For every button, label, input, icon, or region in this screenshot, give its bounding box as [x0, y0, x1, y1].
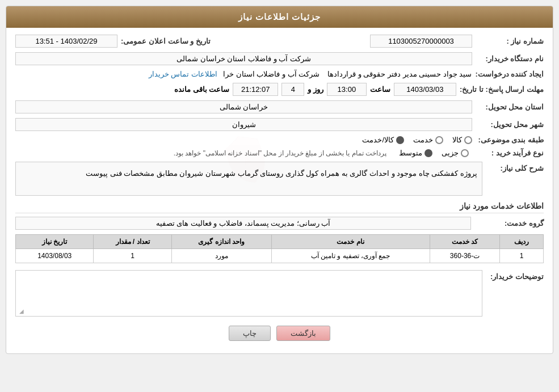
- need-number-value: 1103005270000003: [370, 35, 472, 48]
- process-medium-label: متوسط: [399, 149, 422, 157]
- table-cell: مورد: [171, 249, 271, 263]
- deadline-row: مهلت ارسال پاسخ: تا تاریخ: 1403/03/03 سا…: [15, 83, 544, 96]
- col-row-num: ردیف: [500, 235, 544, 249]
- creator-org: شرکت آب و فاضلاب استان خرا: [223, 70, 320, 78]
- category-goods-label: کالا: [452, 136, 462, 144]
- announce-date-value: 1403/02/29 - 13:51: [15, 35, 117, 48]
- city-row: شهر محل تحویل: شیروان: [15, 118, 544, 131]
- services-table: ردیف کد خدمت نام خدمت واحد اندازه گیری ت…: [15, 234, 544, 263]
- category-both-label: کالا/خدمت: [362, 136, 394, 144]
- description-label: شرح کلی نیاز:: [487, 164, 544, 172]
- time-label: ساعت: [370, 85, 390, 94]
- process-note: پرداخت تمام یا بخشی از مبلغ خریدار از مح…: [174, 149, 386, 157]
- city-label: شهر محل تحویل:: [476, 120, 544, 129]
- table-cell: جمع آوری، تصفیه و تامین آب: [271, 249, 430, 263]
- process-type-row: نوع فرآیند خرید : جزیی متوسط پرداخت تمام…: [15, 149, 544, 157]
- radio-medium: [424, 149, 432, 157]
- category-option-both[interactable]: کالا/خدمت: [362, 136, 404, 144]
- print-button[interactable]: چاپ: [229, 326, 271, 341]
- buyer-notes-content: [16, 271, 482, 316]
- services-section-title: اطلاعات خدمات مورد نیاز: [15, 201, 544, 213]
- city-value: شیروان: [15, 118, 472, 131]
- deadline-date: 1403/03/03: [394, 83, 456, 96]
- process-option-minor[interactable]: جزیی: [442, 149, 469, 157]
- service-group-label: گروه خدمت:: [476, 219, 544, 227]
- radio-goods: [464, 136, 472, 144]
- table-cell: ت-36-360: [430, 249, 500, 263]
- category-options: کالا خدمت کالا/خدمت: [362, 136, 472, 144]
- table-cell: 1403/08/03: [16, 249, 94, 263]
- description-section: شرح کلی نیاز: A پروژه کفشکنی چاه موجود و…: [15, 162, 544, 196]
- buyer-notes-label: توضیحات خریدار:: [487, 272, 544, 281]
- col-name: نام خدمت: [271, 235, 430, 249]
- creator-value: سید جواد حسینی مدیر دفتر حقوقی و قرارداد…: [327, 70, 472, 78]
- button-row: بازگشت چاپ: [15, 326, 544, 341]
- description-text: پروژه کفشکنی چاه موجود و احداث گالری به …: [86, 169, 477, 178]
- category-row: طبقه بندی موضوعی: کالا خدمت کالا/خدمت: [15, 136, 544, 144]
- buyer-name-label: نام دستگاه خریدار:: [476, 54, 544, 63]
- buyer-name-value: شرکت آب و فاضلاب استان خراسان شمالی: [15, 52, 472, 65]
- announce-date-label: تاریخ و ساعت اعلان عمومی:: [121, 37, 211, 45]
- radio-both: [396, 136, 404, 144]
- process-type-label: نوع فرآیند خرید :: [476, 149, 544, 157]
- radio-minor: [461, 149, 469, 157]
- deadline-time: 13:00: [327, 83, 367, 96]
- description-content: A پروژه کفشکنی چاه موجود و احداث گالری ب…: [15, 162, 482, 196]
- deadline-label: مهلت ارسال پاسخ: تا تاریخ:: [460, 85, 544, 94]
- table-header-row: ردیف کد خدمت نام خدمت واحد اندازه گیری ت…: [16, 235, 544, 249]
- category-service-label: خدمت: [413, 136, 433, 144]
- category-option-goods[interactable]: کالا: [452, 136, 472, 144]
- table-cell: 1: [94, 249, 171, 263]
- col-qty: تعداد / مقدار: [94, 235, 171, 249]
- service-group-value: آب رسانی؛ مدیریت پسماند، فاضلاب و فعالیت…: [15, 217, 471, 230]
- col-date: تاریخ نیاز: [16, 235, 94, 249]
- creator-contact-link[interactable]: اطلاعات تماس خریدار: [149, 70, 217, 78]
- deadline-remaining: 21:12:07: [233, 83, 278, 96]
- col-unit: واحد اندازه گیری: [171, 235, 271, 249]
- creator-row: ایجاد کننده درخواست: سید جواد حسینی مدیر…: [15, 70, 544, 78]
- buyer-notes-box[interactable]: ◢: [15, 270, 482, 317]
- service-group-row: گروه خدمت: آب رسانی؛ مدیریت پسماند، فاضل…: [15, 217, 544, 230]
- page-header: جزئیات اطلاعات نیاز: [6, 6, 553, 28]
- province-row: استان محل تحویل: خراسان شمالی: [15, 100, 544, 113]
- need-number-row: شماره نیاز : 1103005270000003 تاریخ و سا…: [15, 35, 544, 48]
- creator-label: ایجاد کننده درخواست:: [475, 70, 544, 78]
- need-number-label: شماره نیاز :: [476, 37, 544, 45]
- remaining-label: ساعت باقی مانده: [174, 85, 229, 94]
- content-area: شماره نیاز : 1103005270000003 تاریخ و سا…: [6, 28, 553, 353]
- page-title: جزئیات اطلاعات نیاز: [238, 12, 321, 22]
- page-container: جزئیات اطلاعات نیاز شماره نیاز : 1103005…: [0, 0, 559, 392]
- resize-handle: ◢: [17, 308, 24, 315]
- col-code: کد خدمت: [430, 235, 500, 249]
- buyer-notes-section: توضیحات خریدار: ◢: [15, 270, 544, 317]
- buyer-name-row: نام دستگاه خریدار: شرکت آب و فاضلاب استا…: [15, 52, 544, 65]
- province-value: خراسان شمالی: [15, 100, 472, 113]
- back-button[interactable]: بازگشت: [276, 326, 330, 341]
- main-card: جزئیات اطلاعات نیاز شماره نیاز : 1103005…: [6, 6, 553, 354]
- process-options: جزیی متوسط: [399, 149, 469, 157]
- category-label: طبقه بندی موضوعی:: [476, 136, 544, 144]
- deadline-days: 4: [281, 83, 304, 96]
- table-cell: 1: [500, 249, 544, 263]
- province-label: استان محل تحویل:: [476, 103, 544, 111]
- process-option-medium[interactable]: متوسط: [399, 149, 432, 157]
- category-option-service[interactable]: خدمت: [413, 136, 443, 144]
- table-row: 1ت-36-360جمع آوری، تصفیه و تامین آبمورد1…: [16, 249, 544, 263]
- radio-service: [435, 136, 443, 144]
- process-minor-label: جزیی: [442, 149, 459, 157]
- days-label: روز و: [308, 85, 323, 94]
